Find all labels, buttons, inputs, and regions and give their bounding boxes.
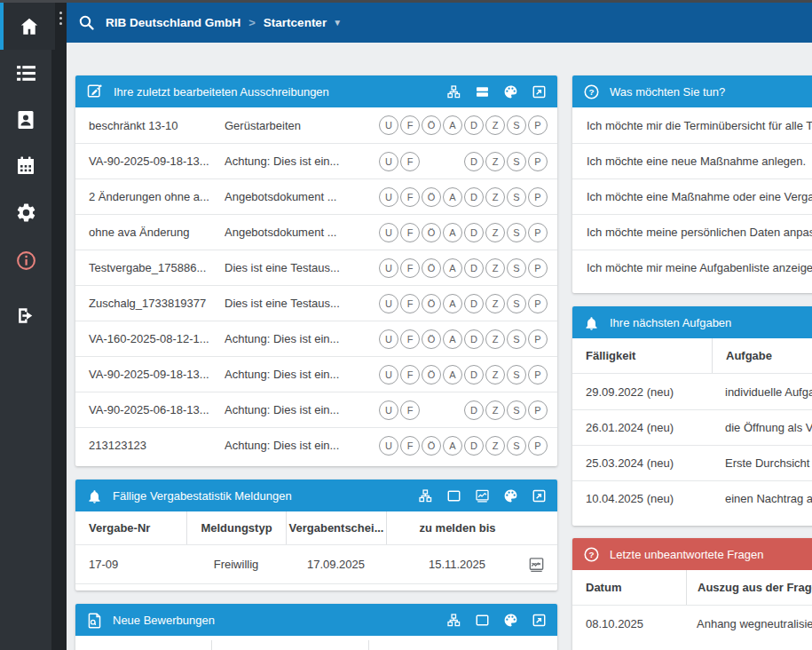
tender-action-f-button[interactable]: F <box>400 152 420 171</box>
breadcrumb-current[interactable]: Startcenter <box>264 16 327 29</box>
tender-action-s-button[interactable]: S <box>507 187 526 207</box>
tender-action-s-button[interactable]: S <box>507 329 526 349</box>
column-header[interactable]: zu melden bis <box>386 511 528 544</box>
tender-action-f-button[interactable]: F <box>400 436 420 456</box>
tender-action-s-button[interactable]: S <box>507 152 526 171</box>
split-view-icon[interactable] <box>475 84 490 99</box>
tender-action-p-button[interactable]: P <box>528 400 548 420</box>
table-row[interactable]: VA-90-2025-09-18-13... Achtung: Dies ist… <box>75 143 557 178</box>
sidebar-item-contacts[interactable] <box>0 102 51 138</box>
tender-action-s-button[interactable]: S <box>507 436 526 456</box>
column-header[interactable]: Vergabe-Nr <box>75 511 186 544</box>
open-window-icon[interactable] <box>532 613 547 628</box>
tender-action-a-button[interactable]: A <box>443 115 462 135</box>
tender-action-d-button[interactable]: D <box>464 436 484 456</box>
tender-action-s-button[interactable]: S <box>507 365 526 384</box>
tender-action-d-button[interactable]: D <box>464 400 484 420</box>
tender-action-ö-button[interactable]: Ö <box>422 365 441 384</box>
table-row[interactable]: VA-90-2025-09-18-13... Achtung: Dies ist… <box>75 356 557 392</box>
table-row[interactable]: 29.09.2022 (neu) individuelle Aufgabe <box>572 374 812 409</box>
table-row[interactable]: 10.04.2025 (neu) einen Nachtrag als Vera… <box>572 480 812 516</box>
tender-action-u-button[interactable]: U <box>379 187 398 207</box>
table-row[interactable]: beschränkt 13-10 Gerüstarbeiten UFÖADZSP <box>75 107 557 143</box>
tender-action-u-button[interactable]: U <box>379 436 398 456</box>
sidebar-item-logout[interactable] <box>0 297 51 333</box>
column-header[interactable]: Vergabentschei... <box>286 511 386 544</box>
table-row[interactable]: VA-160-2025-08-12-1... Achtung: Dies ist… <box>75 321 557 356</box>
tender-action-z-button[interactable]: Z <box>485 258 505 278</box>
chevron-down-icon[interactable]: ▼ <box>333 18 342 28</box>
table-row[interactable]: Zuschalg_1733819377 Dies ist eine Testau… <box>75 285 557 321</box>
tender-action-s-button[interactable]: S <box>507 294 526 313</box>
tender-action-ö-button[interactable]: Ö <box>422 436 441 456</box>
breadcrumb-company[interactable]: RIB Deutschland GmbH <box>106 16 240 29</box>
tender-action-f-button[interactable]: F <box>400 400 420 420</box>
open-window-icon[interactable] <box>532 488 547 503</box>
table-row[interactable]: ohne ava Änderung Angebotsdokument ... U… <box>75 214 557 250</box>
statistics-chart-icon[interactable] <box>528 556 545 574</box>
tender-action-ö-button[interactable]: Ö <box>422 223 441 242</box>
tender-action-a-button[interactable]: A <box>443 294 462 313</box>
tender-action-s-button[interactable]: S <box>507 223 526 242</box>
tender-action-z-button[interactable]: Z <box>485 329 505 349</box>
tender-action-p-button[interactable]: P <box>528 329 548 349</box>
tender-action-d-button[interactable]: D <box>464 365 484 384</box>
tender-action-s-button[interactable]: S <box>507 258 526 278</box>
table-row[interactable]: 26.01.2024 (neu) die Öffnung als Verantw… <box>572 409 812 445</box>
tender-action-u-button[interactable]: U <box>379 258 398 278</box>
table-row[interactable]: Testvergabe_175886... Dies ist eine Test… <box>75 250 557 285</box>
tender-action-p-button[interactable]: P <box>528 258 548 278</box>
hierarchy-icon[interactable] <box>446 613 461 628</box>
window-icon[interactable] <box>446 488 461 503</box>
hierarchy-icon[interactable] <box>446 84 461 99</box>
tender-action-f-button[interactable]: F <box>400 365 420 384</box>
quick-action-link[interactable]: Ich möchte eine neue Maßnahme anlegen. <box>572 143 812 178</box>
tender-action-u-button[interactable]: U <box>379 152 398 171</box>
tender-action-ö-button[interactable]: Ö <box>422 187 441 207</box>
tender-action-a-button[interactable]: A <box>443 436 462 456</box>
tender-action-ö-button[interactable]: Ö <box>422 115 441 135</box>
tender-action-p-button[interactable]: P <box>528 365 548 384</box>
column-header[interactable]: Meldungstyp <box>186 511 286 544</box>
tender-action-z-button[interactable]: Z <box>485 436 505 456</box>
tender-action-ö-button[interactable]: Ö <box>422 258 441 278</box>
tender-action-p-button[interactable]: P <box>528 223 548 242</box>
tender-action-ö-button[interactable]: Ö <box>422 329 441 349</box>
open-window-icon[interactable] <box>532 84 547 99</box>
tender-action-z-button[interactable]: Z <box>485 365 505 384</box>
tender-action-a-button[interactable]: A <box>443 223 462 242</box>
tender-action-f-button[interactable]: F <box>400 329 420 349</box>
tender-action-u-button[interactable]: U <box>379 115 398 135</box>
tender-action-s-button[interactable]: S <box>507 400 526 420</box>
tender-action-d-button[interactable]: D <box>464 152 484 171</box>
tender-action-z-button[interactable]: Z <box>485 187 505 207</box>
quick-action-link[interactable]: Ich möchte mir meine Aufgabenliste anzei… <box>572 250 812 285</box>
window-icon[interactable] <box>475 613 490 628</box>
tender-action-z-button[interactable]: Z <box>485 152 505 171</box>
tender-action-p-button[interactable]: P <box>528 294 548 313</box>
tender-action-u-button[interactable]: U <box>379 400 398 420</box>
tender-action-d-button[interactable]: D <box>464 223 484 242</box>
tender-action-d-button[interactable]: D <box>464 115 484 135</box>
sidebar-item-info[interactable] <box>0 242 51 278</box>
hierarchy-icon[interactable] <box>418 488 433 503</box>
tender-action-z-button[interactable]: Z <box>485 115 505 135</box>
tender-action-z-button[interactable]: Z <box>485 223 505 242</box>
sidebar-item-settings[interactable] <box>0 194 51 230</box>
tender-action-z-button[interactable]: Z <box>485 294 505 313</box>
tender-action-f-button[interactable]: F <box>400 258 420 278</box>
tender-action-p-button[interactable]: P <box>528 115 548 135</box>
column-header[interactable]: Auszug aus der Frage <box>686 570 812 605</box>
tender-action-f-button[interactable]: F <box>400 294 420 313</box>
sidebar-item-home[interactable] <box>0 3 55 50</box>
overflow-menu-icon[interactable] <box>54 12 67 25</box>
column-header[interactable]: Datum <box>572 570 686 605</box>
quick-action-link[interactable]: Ich möchte eine Maßnahme oder eine Verga… <box>572 178 812 214</box>
tender-action-a-button[interactable]: A <box>443 258 462 278</box>
tender-action-u-button[interactable]: U <box>379 223 398 242</box>
column-header[interactable]: Fälligkeit <box>572 338 712 373</box>
table-row[interactable]: 213123123 Achtung: Dies ist ein... UFÖAD… <box>75 427 557 463</box>
tender-action-u-button[interactable]: U <box>379 294 398 313</box>
column-header[interactable]: Aufgabe <box>712 338 772 373</box>
quick-action-link[interactable]: Ich möchte meine persönlichen Daten anpa… <box>572 214 812 250</box>
